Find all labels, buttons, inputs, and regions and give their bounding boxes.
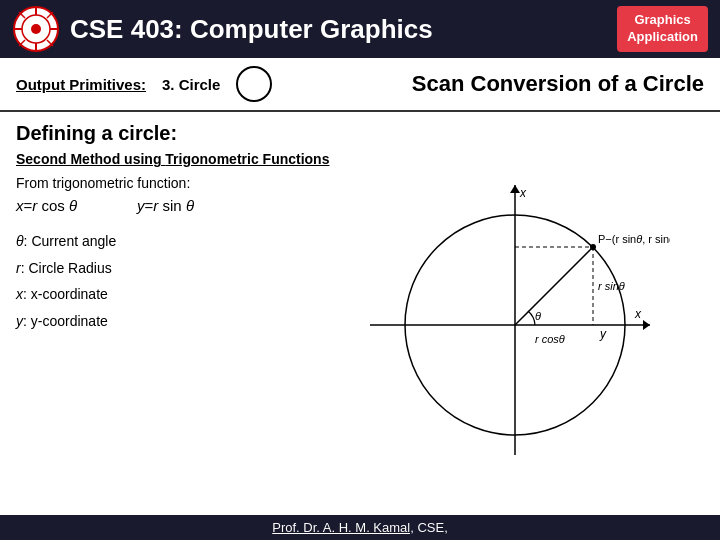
header-badge: Graphics Application [617, 6, 708, 52]
legend-y: y: y-coordinate [16, 308, 316, 335]
footer-dept: CSE, [414, 520, 448, 535]
header: CSE 403: Computer Graphics Graphics Appl… [0, 0, 720, 58]
formula-line: x=r cos θ y=r sin θ [16, 197, 316, 214]
svg-point-2 [31, 24, 41, 34]
circle-step-label: 3. Circle [162, 76, 220, 93]
svg-text:x: x [519, 186, 527, 200]
legend-theta: θ: Current angle [16, 228, 316, 255]
section-title: Defining a circle: [16, 122, 704, 145]
method-underline: Trigonometric Functions [165, 151, 329, 167]
logo-icon [12, 5, 60, 53]
method-title: Second Method using Trigonometric Functi… [16, 151, 704, 167]
page-title: CSE 403: Computer Graphics [70, 14, 617, 45]
sub-header: Output Primitives: 3. Circle Scan Conver… [0, 58, 720, 112]
legend-r: r: Circle Radius [16, 255, 316, 282]
formula-x: x=r cos θ [16, 197, 77, 214]
output-primitives-label: Output Primitives: [16, 76, 146, 93]
legend-x: x: x-coordinate [16, 281, 316, 308]
from-line: From trigonometric function: [16, 175, 316, 191]
svg-text:θ: θ [535, 310, 541, 322]
formula-y: y=r sin θ [137, 197, 194, 214]
svg-text:x: x [634, 307, 642, 321]
footer: Prof. Dr. A. H. M. Kamal, CSE, [0, 515, 720, 540]
trig-circle-svg: P−(r sinθ, r sinθ) r sinθ r cosθ θ x x y [360, 175, 670, 465]
footer-author: Prof. Dr. A. H. M. Kamal, [272, 520, 414, 535]
scan-conversion-title: Scan Conversion of a Circle [412, 71, 704, 97]
svg-text:r cosθ: r cosθ [535, 333, 565, 345]
svg-line-23 [515, 247, 593, 325]
svg-marker-13 [643, 320, 650, 330]
svg-text:y: y [599, 327, 607, 341]
content-area: From trigonometric function: x=r cos θ y… [16, 175, 704, 465]
main-content: Defining a circle: Second Method using T… [0, 112, 720, 465]
svg-text:P−(r sinθ, r sinθ): P−(r sinθ, r sinθ) [598, 233, 670, 245]
svg-text:r sinθ: r sinθ [598, 280, 625, 292]
svg-marker-14 [510, 185, 520, 193]
circle-diagram: P−(r sinθ, r sinθ) r sinθ r cosθ θ x x y [326, 175, 704, 465]
text-area: From trigonometric function: x=r cos θ y… [16, 175, 316, 334]
legend: θ: Current angle r: Circle Radius x: x-c… [16, 228, 316, 334]
circle-preview-icon [236, 66, 272, 102]
